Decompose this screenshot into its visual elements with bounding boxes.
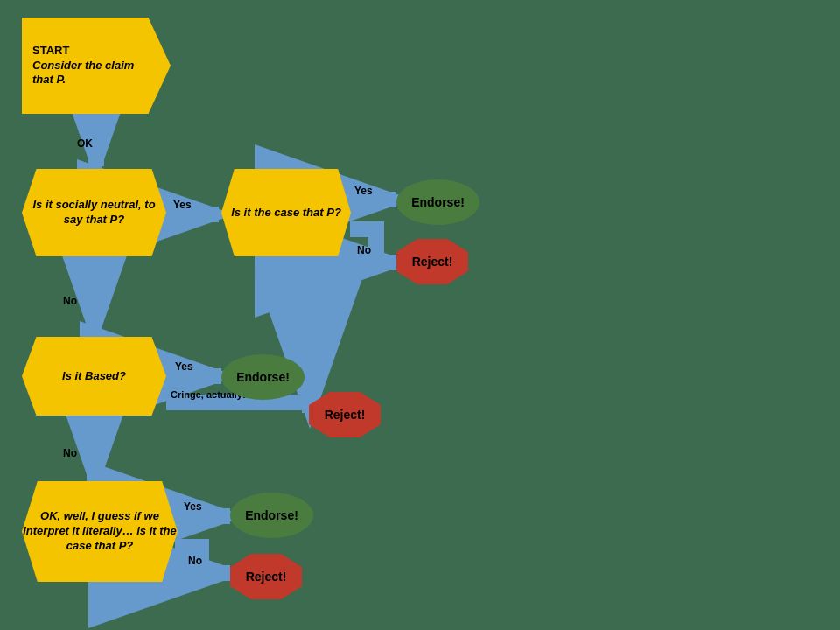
endorse-3-text: Endorse! [245,508,298,522]
question-4-node: OK, well, I guess if we interpret it lit… [22,481,178,582]
reject-3-text: Reject! [246,570,287,584]
svg-text:No: No [188,555,202,567]
question-1-text: Is it socially neutral, to say that P? [22,198,166,228]
question-2-text: Is it the case that P? [231,206,341,220]
reject-3-node: Reject! [230,554,302,599]
svg-text:Yes: Yes [173,199,192,211]
question-2-node: Is it the case that P? [221,169,351,256]
svg-text:No: No [63,447,77,459]
start-subtitle: Consider the claim that P. [32,59,149,88]
question-3-node: Is it Based? [22,337,166,416]
svg-text:No: No [357,244,371,256]
endorse-2-text: Endorse! [236,370,290,384]
svg-text:Yes: Yes [175,360,193,373]
reject-2-text: Reject! [325,408,366,422]
endorse-1-text: Endorse! [411,195,465,209]
svg-text:Yes: Yes [184,500,202,513]
svg-text:Yes: Yes [354,185,373,197]
svg-text:No: No [63,295,77,307]
reject-2-node: Reject! [309,392,381,438]
question-4-text: OK, well, I guess if we interpret it lit… [22,509,178,554]
endorse-3-node: Endorse! [230,493,313,538]
question-1-node: Is it socially neutral, to say that P? [22,169,166,256]
reject-1-text: Reject! [412,255,453,269]
question-3-text: Is it Based? [62,369,126,384]
endorse-2-node: Endorse! [221,354,304,400]
flowchart: OK Yes Yes No No Yes Cringe, actually… N… [0,0,840,630]
svg-text:OK: OK [77,137,93,150]
reject-1-node: Reject! [396,239,468,284]
start-node: START Consider the claim that P. [22,18,171,114]
start-title: START [32,44,149,59]
endorse-1-node: Endorse! [396,179,480,225]
